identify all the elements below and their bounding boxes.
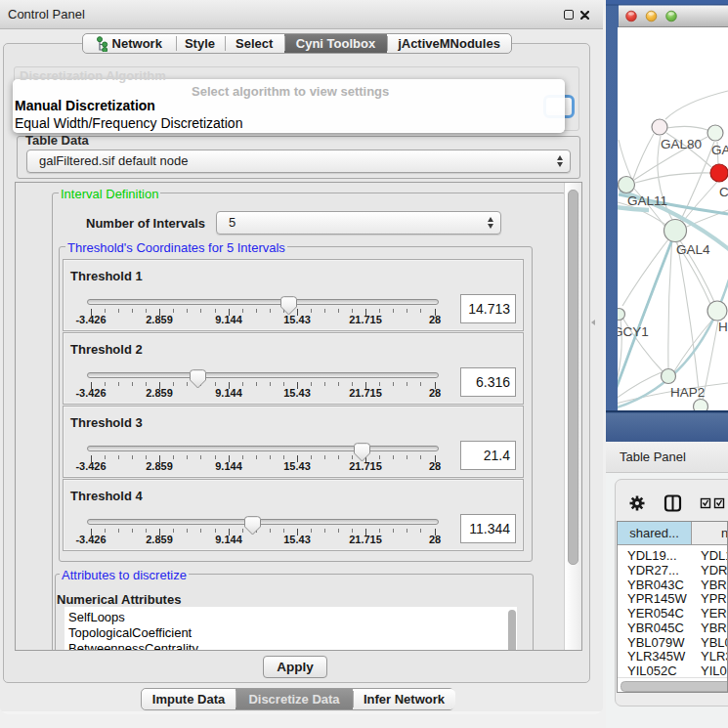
svg-text:GA: GA <box>711 143 728 157</box>
svg-text:GAL4: GAL4 <box>676 242 710 257</box>
svg-text:GAL80: GAL80 <box>661 137 702 151</box>
svg-text:C: C <box>719 185 728 199</box>
svg-text:H: H <box>718 320 728 334</box>
svg-text:GCY1: GCY1 <box>613 324 649 339</box>
svg-text:HAP2: HAP2 <box>670 385 705 400</box>
svg-text:GAL11: GAL11 <box>627 193 667 208</box>
